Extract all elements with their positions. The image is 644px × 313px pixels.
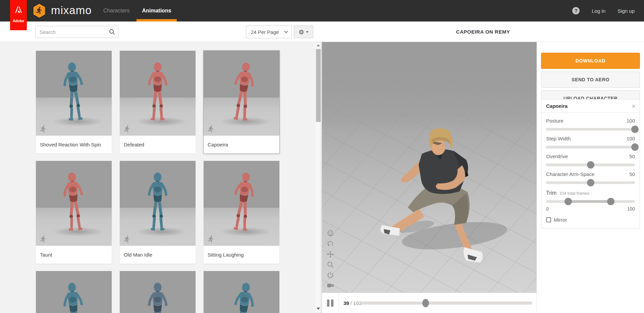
animation-card-label: Old Man Idle (120, 246, 196, 264)
pause-icon (327, 300, 329, 307)
frame-separator: / (351, 300, 352, 306)
slider-track[interactable] (546, 128, 635, 131)
triangle-down-icon (317, 308, 320, 310)
per-page-value: 24 Per Page (251, 29, 279, 35)
setting-slider-row: Overdrive 50 (541, 153, 640, 166)
trim-selected-range (568, 200, 611, 203)
mixamo-logo[interactable]: mixamo (32, 3, 92, 18)
search-input[interactable] (35, 26, 118, 38)
reset-icon[interactable] (327, 271, 334, 279)
slider-thumb[interactable] (587, 179, 594, 186)
tab-animations[interactable]: Animations (140, 0, 173, 21)
scroll-down-button[interactable] (315, 306, 321, 311)
trim-end-thumb[interactable] (607, 198, 614, 205)
rotate-icon[interactable] (327, 240, 334, 248)
mirror-checkbox[interactable] (546, 217, 551, 222)
slider-track[interactable] (546, 146, 635, 148)
scroll-up-button[interactable] (315, 43, 321, 48)
trim-label: Trim (546, 190, 556, 196)
timeline-track[interactable] (361, 302, 532, 305)
adobe-a-icon (14, 6, 23, 13)
timeline-slider[interactable] (361, 293, 532, 313)
top-navbar: mixamo Characters Animations ? Log in Si… (0, 0, 644, 21)
signup-link[interactable]: Sign up (618, 8, 635, 14)
mirror-label: Mirror (554, 217, 567, 223)
setting-slider-row: Character Arm-Space 50 (541, 171, 640, 184)
animation-card[interactable]: Taunt (36, 161, 112, 264)
trim-max-label: 100 (627, 206, 635, 212)
pan-icon[interactable] (327, 251, 334, 258)
preview-title: CAPOEIRA ON REMY (322, 21, 644, 42)
help-icon[interactable]: ? (572, 7, 580, 14)
trim-start-thumb[interactable] (565, 198, 572, 205)
close-icon[interactable]: × (632, 103, 636, 109)
tab-characters[interactable]: Characters (100, 0, 132, 21)
timeline-thumb[interactable] (422, 299, 429, 307)
animation-card[interactable] (120, 271, 196, 313)
current-frame: 39 (343, 300, 349, 306)
search-box (35, 26, 118, 38)
trim-track[interactable] (546, 200, 635, 203)
animation-card-label: Taunt (36, 246, 112, 264)
mixamo-hexagon-icon (32, 3, 46, 18)
animation-card[interactable]: Old Man Idle (120, 161, 196, 264)
camera-icon[interactable] (327, 282, 334, 289)
pause-icon (331, 300, 333, 307)
animation-thumbnail (204, 161, 279, 246)
adobe-logo[interactable]: Adobe (10, 0, 27, 30)
running-man-icon (39, 125, 47, 133)
slider-label: Overdrive (546, 153, 568, 159)
character-face-icon[interactable] (327, 230, 334, 237)
animation-thumbnail (204, 51, 279, 136)
send-to-aero-button[interactable]: SEND TO AERO (541, 72, 640, 88)
slider-label: Posture (546, 118, 564, 124)
slider-thumb[interactable] (631, 143, 639, 151)
animation-card[interactable]: Sitting Laughing (204, 161, 279, 264)
animation-card[interactable]: Capoeira (204, 51, 279, 153)
animation-card[interactable] (36, 271, 112, 313)
animation-settings-panel: Capoeira × Posture 100 Step Width 100 Ov… (541, 99, 640, 228)
download-button[interactable]: DOWNLOAD (541, 53, 640, 69)
viewport-3d[interactable] (322, 42, 537, 293)
trim-min-label: 0 (546, 206, 549, 212)
animation-card-label: Sitting Laughing (204, 246, 279, 264)
slider-track[interactable] (546, 164, 635, 166)
pause-button[interactable] (322, 293, 339, 313)
search-icon[interactable] (109, 29, 115, 35)
adobe-label: Adobe (13, 19, 24, 23)
slider-track[interactable] (546, 181, 635, 184)
login-link[interactable]: Log in (592, 8, 605, 14)
mannequin-figure (219, 277, 268, 313)
gear-caret-icon (306, 31, 309, 33)
character-remy[interactable] (356, 111, 517, 272)
slider-value: 50 (629, 171, 635, 177)
settings-header: Capoeira × (541, 99, 640, 113)
animation-card[interactable]: Shoved Reaction With Spin (36, 51, 112, 153)
slider-thumb[interactable] (587, 161, 594, 169)
running-man-icon (207, 125, 215, 133)
gear-icon (299, 29, 304, 35)
running-man-icon (123, 235, 131, 243)
animation-card[interactable] (204, 271, 279, 313)
running-man-icon (123, 125, 131, 133)
mirror-control: Mirror (541, 217, 640, 223)
scrollbar (315, 43, 321, 312)
mannequin-figure (219, 57, 268, 128)
animation-card-label: Shoved Reaction With Spin (36, 136, 112, 153)
slider-value: 50 (629, 153, 635, 159)
scrollbar-thumb[interactable] (316, 49, 321, 122)
mannequin-figure (50, 58, 97, 128)
animation-card[interactable]: Defeated (120, 51, 196, 153)
mannequin-figure (219, 167, 268, 238)
settings-sliders: Posture 100 Step Width 100 Overdrive 50 … (541, 118, 640, 184)
animation-grid: Shoved Reaction With Spin Defeated Capoe… (36, 51, 279, 313)
running-man-icon (39, 235, 47, 243)
running-man-icon (207, 235, 215, 243)
mixamo-app: mixamo Characters Animations ? Log in Si… (0, 0, 644, 313)
settings-gear-button[interactable] (294, 26, 313, 38)
zoom-icon[interactable] (327, 261, 334, 268)
per-page-select[interactable]: 24 Per Page (246, 26, 292, 38)
header-strip: 24 Per Page CAPOEIRA ON REMY (0, 21, 644, 42)
slider-thumb[interactable] (631, 126, 639, 133)
slider-label: Step Width (546, 136, 571, 141)
